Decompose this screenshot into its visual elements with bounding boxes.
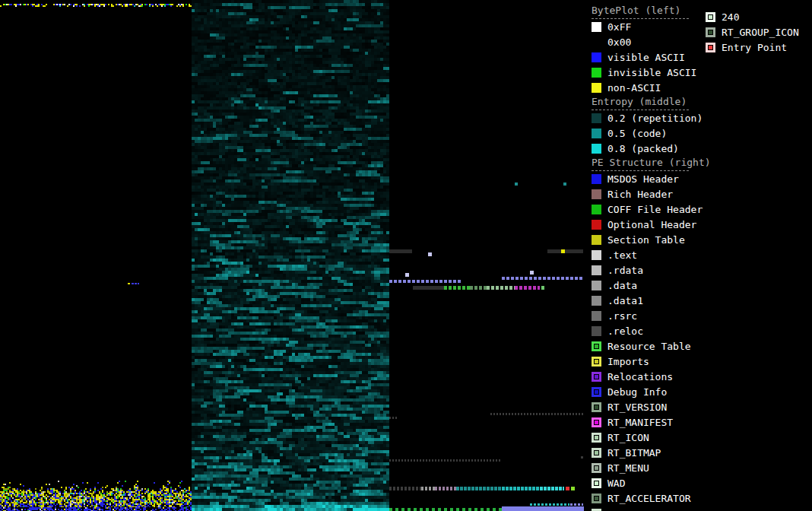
legend-item-relocations: Relocations — [592, 369, 721, 384]
legend-item-label: 0x00 — [607, 36, 631, 48]
color-swatch — [592, 22, 601, 32]
legend-item-debug-info: Debug Info — [592, 384, 721, 399]
color-swatch — [592, 83, 601, 93]
color-swatch — [592, 357, 601, 367]
legend-section-title-byteplot-left: BytePlot (left) — [592, 4, 689, 19]
legend-item-label: .rsrc — [607, 310, 637, 322]
legend-item-resource-table: Resource Table — [592, 338, 721, 354]
color-swatch — [592, 433, 601, 443]
legend-item-0-2-repetition: 0.2 (repetition) — [592, 110, 721, 125]
legend-item-label: COFF File Header — [607, 204, 703, 215]
legend-item-label: WAD — [607, 478, 625, 489]
color-swatch — [592, 174, 601, 184]
legend-item-label: .data1 — [607, 295, 643, 306]
color-swatch — [592, 448, 601, 458]
legend-item-label: RT_VERSION — [607, 402, 667, 413]
color-swatch — [592, 250, 601, 260]
legend-item-label: Section Table — [607, 234, 685, 246]
legend-item-0-8-packed: 0.8 (packed) — [592, 141, 721, 156]
color-swatch — [592, 235, 601, 245]
legend-item-label: Debug Info — [607, 386, 667, 398]
legend-item-reloc: .reloc — [592, 323, 721, 338]
legend-item-coff-file-header: COFF File Header — [592, 202, 721, 217]
legend-section-title-pe-structure-right: PE Structure (right) — [592, 156, 689, 171]
color-swatch — [592, 189, 601, 199]
legend-item-label: RT_BITMAP — [607, 447, 661, 459]
legend-primary-column: BytePlot (left)0xFF0x00visible ASCIIinvi… — [592, 4, 721, 511]
color-swatch — [592, 265, 601, 275]
legend-item-label: RT_MANIFEST — [607, 417, 673, 428]
legend-item-label: Imports — [607, 356, 649, 367]
legend-item-entry-point: Entry Point — [706, 40, 812, 55]
legend-item-rt-menu: RT_MENU — [592, 460, 721, 475]
color-swatch — [706, 43, 715, 52]
legend-secondary-column: 240RT_GROUP_ICONEntry Point — [706, 9, 812, 55]
color-swatch — [592, 402, 601, 412]
color-swatch — [592, 296, 601, 306]
legend-item-msdos-header: MSDOS Header — [592, 171, 721, 186]
color-swatch — [592, 326, 601, 336]
legend-item-label: 0.5 (code) — [607, 128, 667, 139]
color-swatch — [592, 341, 601, 351]
color-swatch — [592, 372, 601, 382]
color-swatch — [592, 144, 601, 154]
legend-item-label: 0.8 (packed) — [607, 143, 679, 154]
legend-item-label: .reloc — [607, 325, 643, 337]
legend-item-rt-accelerator: RT_ACCELERATOR — [592, 490, 721, 506]
legend-item-rsrc: .rsrc — [592, 308, 721, 323]
legend-item-rdata: .rdata — [592, 262, 721, 278]
color-swatch — [592, 205, 601, 214]
legend-item-section-table: Section Table — [592, 232, 721, 247]
legend-item-invisible-ascii: invisible ASCII — [592, 65, 721, 80]
color-swatch — [592, 37, 601, 47]
legend-item-label: 0.2 (repetition) — [607, 113, 703, 124]
legend-item-wad: WAD — [592, 475, 721, 490]
legend-item-label: .data — [607, 280, 637, 291]
legend-item-rt-version: RT_VERSION — [592, 399, 721, 414]
color-swatch — [592, 387, 601, 397]
binary-visualization-canvas — [0, 0, 584, 511]
color-swatch — [592, 113, 601, 123]
color-swatch — [592, 52, 601, 62]
legend-item-label: 240 — [722, 11, 739, 23]
color-swatch — [706, 27, 715, 37]
legend-item-non-ascii: non-ASCII — [592, 80, 721, 95]
color-swatch — [592, 220, 601, 230]
legend-item-rich-header: Rich Header — [592, 186, 721, 202]
color-swatch — [592, 68, 601, 78]
legend-item-label: invisible ASCII — [607, 67, 696, 78]
color-swatch — [592, 281, 601, 290]
legend-item-text: .text — [592, 247, 721, 262]
legend-item-label: RT_GROUP_ICON — [722, 27, 799, 38]
color-swatch — [592, 509, 601, 511]
legend-item-rt-bitmap: RT_BITMAP — [592, 445, 721, 460]
legend-item-data: .data — [592, 278, 721, 293]
legend-section-title-entropy-middle: Entropy (middle) — [592, 95, 689, 110]
legend-item-label: visible ASCII — [607, 52, 685, 63]
legend-item-0x00: 0x00 — [592, 34, 721, 49]
legend-item-label: 0xFF — [607, 21, 631, 33]
legend-item-item — [592, 506, 721, 511]
legend-item-optional-header: Optional Header — [592, 217, 721, 232]
color-swatch — [592, 417, 601, 427]
color-swatch — [592, 463, 601, 473]
legend-item-visible-ascii: visible ASCII — [592, 49, 721, 65]
color-swatch — [592, 129, 601, 138]
legend-item-240: 240 — [706, 9, 812, 24]
legend-item-label: RT_ICON — [607, 432, 649, 443]
color-swatch — [706, 12, 715, 22]
legend-item-0xff: 0xFF — [592, 19, 721, 34]
legend-item-label: Optional Header — [607, 219, 696, 230]
legend-item-label: non-ASCII — [607, 82, 661, 94]
legend-item-rt-manifest: RT_MANIFEST — [592, 414, 721, 430]
legend-item-label: Relocations — [607, 371, 673, 382]
legend-item-label: Entry Point — [722, 42, 787, 53]
color-swatch — [592, 311, 601, 321]
legend-item-label: MSDOS Header — [607, 173, 679, 185]
legend-item-imports: Imports — [592, 354, 721, 369]
legend-item-rt-icon: RT_ICON — [592, 430, 721, 445]
legend-item-label: Resource Table — [607, 341, 691, 352]
legend-item-rt-group-icon: RT_GROUP_ICON — [706, 24, 812, 40]
legend-item-label: Rich Header — [607, 189, 673, 200]
color-swatch — [592, 478, 601, 488]
